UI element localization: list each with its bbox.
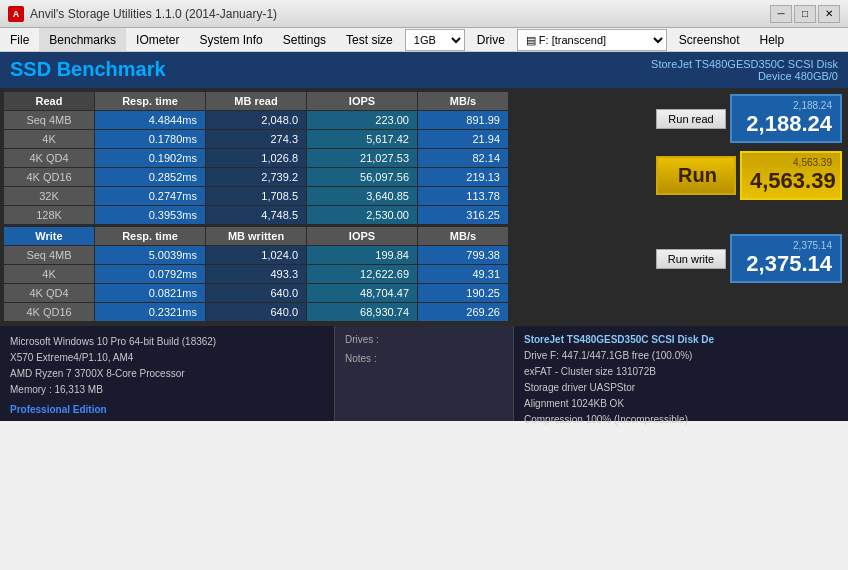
maximize-button[interactable]: □ bbox=[794, 5, 816, 23]
row-label: 4K QD16 bbox=[4, 303, 94, 321]
cell-mbs: 316.25 bbox=[418, 206, 508, 224]
read-score-value: 2,188.24 bbox=[740, 111, 832, 137]
menu-benchmarks[interactable]: Benchmarks bbox=[39, 28, 126, 51]
table-row: 4K QD4 0.0821ms 640.0 48,704.47 190.25 bbox=[4, 284, 650, 302]
write-score-row: Run write 2,375.14 2,375.14 bbox=[656, 234, 842, 283]
close-button[interactable]: ✕ bbox=[818, 5, 840, 23]
total-score-box: 4,563.39 4,563.39 bbox=[740, 151, 842, 200]
menu-test-size[interactable]: Test size bbox=[336, 28, 403, 51]
read-score-box: 2,188.24 2,188.24 bbox=[730, 94, 842, 143]
cell-resp: 0.1780ms bbox=[95, 130, 205, 148]
cell-mb: 640.0 bbox=[206, 303, 306, 321]
run-button[interactable]: Run bbox=[656, 156, 736, 195]
cell-mbs: 190.25 bbox=[418, 284, 508, 302]
cell-mbs: 891.99 bbox=[418, 111, 508, 129]
title-bar: A Anvil's Storage Utilities 1.1.0 (2014-… bbox=[0, 0, 848, 28]
cell-iops: 5,617.42 bbox=[307, 130, 417, 148]
menu-system-info[interactable]: System Info bbox=[189, 28, 272, 51]
cell-resp: 0.0821ms bbox=[95, 284, 205, 302]
drive-info: Drive F: 447.1/447.1GB free (100.0%) bbox=[524, 348, 838, 364]
cell-mbs: 82.14 bbox=[418, 149, 508, 167]
cell-iops: 21,027.53 bbox=[307, 149, 417, 167]
read-header: Read Resp. time MB read IOPS MB/s bbox=[4, 92, 650, 110]
fs-info: exFAT - Cluster size 131072B bbox=[524, 364, 838, 380]
cell-mb: 1,024.0 bbox=[206, 246, 306, 264]
row-label: 4K QD4 bbox=[4, 149, 94, 167]
menu-settings[interactable]: Settings bbox=[273, 28, 336, 51]
cell-iops: 48,704.47 bbox=[307, 284, 417, 302]
bottom-left: Microsoft Windows 10 Pro 64-bit Build (1… bbox=[0, 326, 334, 421]
table-row: 4K QD16 0.2321ms 640.0 68,930.74 269.26 bbox=[4, 303, 650, 321]
cell-iops: 199.84 bbox=[307, 246, 417, 264]
cell-mb: 640.0 bbox=[206, 284, 306, 302]
ssd-title: SSD Benchmark bbox=[10, 58, 166, 81]
cell-iops: 68,930.74 bbox=[307, 303, 417, 321]
menu-drive[interactable]: Drive bbox=[467, 28, 515, 51]
row-label: Seq 4MB bbox=[4, 246, 94, 264]
cell-mb: 1,026.8 bbox=[206, 149, 306, 167]
cell-mbs: 799.38 bbox=[418, 246, 508, 264]
title-bar-text: Anvil's Storage Utilities 1.1.0 (2014-Ja… bbox=[30, 7, 770, 21]
cell-mb: 4,748.5 bbox=[206, 206, 306, 224]
row-label: 128K bbox=[4, 206, 94, 224]
cell-resp: 0.2852ms bbox=[95, 168, 205, 186]
menu-iometer[interactable]: IOmeter bbox=[126, 28, 189, 51]
device-line2: Device 480GB/0 bbox=[651, 70, 838, 82]
drive-model: StoreJet TS480GESD350C SCSI Disk De bbox=[524, 332, 838, 348]
col-resp-time-w: Resp. time bbox=[95, 227, 205, 245]
cell-mbs: 113.78 bbox=[418, 187, 508, 205]
run-write-button[interactable]: Run write bbox=[656, 249, 726, 269]
bottom-middle: Drives : Notes : bbox=[334, 326, 514, 421]
table-row: 32K 0.2747ms 1,708.5 3,640.85 113.78 bbox=[4, 187, 650, 205]
run-read-button[interactable]: Run read bbox=[656, 109, 726, 129]
title-bar-controls: ─ □ ✕ bbox=[770, 5, 840, 23]
compression-info: Compression 100% (Incompressible) bbox=[524, 412, 838, 428]
col-mbs-read: MB/s bbox=[418, 92, 508, 110]
write-score-value: 2,375.14 bbox=[740, 251, 832, 277]
drive-select[interactable]: ▤ F: [transcend] bbox=[517, 29, 667, 51]
cell-mb: 2,739.2 bbox=[206, 168, 306, 186]
cell-resp: 0.2747ms bbox=[95, 187, 205, 205]
menu-help[interactable]: Help bbox=[750, 28, 795, 51]
app-icon: A bbox=[8, 6, 24, 22]
os-info: Microsoft Windows 10 Pro 64-bit Build (1… bbox=[10, 334, 324, 350]
test-size-select[interactable]: 1GB 4GB 8GB bbox=[405, 29, 465, 51]
board-info: X570 Extreme4/P1.10, AM4 bbox=[10, 350, 324, 366]
cell-mbs: 49.31 bbox=[418, 265, 508, 283]
cell-iops: 56,097.56 bbox=[307, 168, 417, 186]
total-score-label: 4,563.39 bbox=[750, 157, 832, 168]
table-row: 4K 0.1780ms 274.3 5,617.42 21.94 bbox=[4, 130, 650, 148]
cell-iops: 2,530.00 bbox=[307, 206, 417, 224]
alignment-info: Alignment 1024KB OK bbox=[524, 396, 838, 412]
cell-iops: 223.00 bbox=[307, 111, 417, 129]
cell-resp: 0.2321ms bbox=[95, 303, 205, 321]
table-row: 4K 0.0792ms 493.3 12,622.69 49.31 bbox=[4, 265, 650, 283]
benchmark-area: Read Resp. time MB read IOPS MB/s Seq 4M… bbox=[0, 88, 848, 326]
menu-bar: File Benchmarks IOmeter System Info Sett… bbox=[0, 28, 848, 52]
drives-label: Drives : bbox=[345, 334, 503, 345]
row-label: Seq 4MB bbox=[4, 111, 94, 129]
total-score-value: 4,563.39 bbox=[750, 168, 832, 194]
cell-resp: 0.0792ms bbox=[95, 265, 205, 283]
write-header: Write Resp. time MB written IOPS MB/s bbox=[4, 227, 650, 245]
menu-file[interactable]: File bbox=[0, 28, 39, 51]
col-write: Write bbox=[4, 227, 94, 245]
col-mbs-write: MB/s bbox=[418, 227, 508, 245]
row-label: 4K QD4 bbox=[4, 284, 94, 302]
col-resp-time: Resp. time bbox=[95, 92, 205, 110]
table-row: 4K QD4 0.1902ms 1,026.8 21,027.53 82.14 bbox=[4, 149, 650, 167]
minimize-button[interactable]: ─ bbox=[770, 5, 792, 23]
cell-resp: 0.3953ms bbox=[95, 206, 205, 224]
cell-iops: 3,640.85 bbox=[307, 187, 417, 205]
cpu-info: AMD Ryzen 7 3700X 8-Core Processor bbox=[10, 366, 324, 382]
row-label: 4K bbox=[4, 130, 94, 148]
col-mb-written: MB written bbox=[206, 227, 306, 245]
row-label: 4K bbox=[4, 265, 94, 283]
read-score-label: 2,188.24 bbox=[740, 100, 832, 111]
driver-info: Storage driver UASPStor bbox=[524, 380, 838, 396]
edition-label: Professional Edition bbox=[10, 402, 324, 418]
table-row: 4K QD16 0.2852ms 2,739.2 56,097.56 219.1… bbox=[4, 168, 650, 186]
menu-screenshot[interactable]: Screenshot bbox=[669, 28, 750, 51]
cell-mbs: 21.94 bbox=[418, 130, 508, 148]
memory-info: Memory : 16,313 MB bbox=[10, 382, 324, 398]
